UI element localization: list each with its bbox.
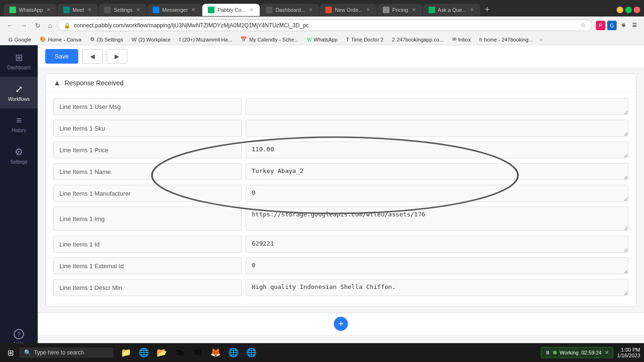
ext-icon-2[interactable]: G <box>607 21 617 30</box>
field-value-manufacturer[interactable]: 0 <box>246 185 628 202</box>
sidebar-label-settings: Settings <box>10 159 27 165</box>
field-value-img[interactable]: https://storage.googleapis.com/wtleu/ass… <box>246 206 628 231</box>
forward-button[interactable]: → <box>19 21 29 30</box>
field-value-name[interactable]: Turkey Abaya_2 <box>246 163 628 180</box>
tab-whatsapp[interactable]: WhatsApp ✕ <box>4 4 57 16</box>
response-header[interactable]: ▲ Response Received <box>46 74 636 92</box>
taskbar-app-mail[interactable]: ✉ <box>189 344 206 361</box>
bookmark-whatsapp[interactable]: WWhatsApp <box>303 36 341 43</box>
sidebar-item-workflows[interactable]: ⤢ Workflows <box>0 77 38 108</box>
form-row-external-id: Line Items 1 External Id 0 <box>53 257 628 274</box>
bookmark-google[interactable]: GGoogle <box>5 36 35 43</box>
tab-dashboard[interactable]: Dashboard... ✕ <box>260 4 319 16</box>
tab-messenger[interactable]: Messenger ✕ <box>147 4 202 16</box>
taskbar-app-firefox[interactable]: 🦊 <box>207 344 224 361</box>
tab-close[interactable]: ✕ <box>46 7 51 13</box>
tab-close[interactable]: ✕ <box>365 7 371 13</box>
address-bar-icons: ☆ <box>580 22 586 29</box>
field-label-id: Line Items 1 Id <box>53 236 242 253</box>
tab-close[interactable]: ✕ <box>469 7 475 13</box>
tab-favicon <box>383 7 389 13</box>
tab-close[interactable]: ✕ <box>308 7 314 13</box>
taskbar-app-store[interactable]: 🛍 <box>171 344 188 361</box>
window-minimize[interactable] <box>617 7 623 13</box>
sidebar-label-workflows: Workflows <box>8 97 30 102</box>
tab-close[interactable]: ✕ <box>248 7 254 13</box>
field-value-id[interactable]: 629221 <box>246 236 628 253</box>
new-tab-button[interactable]: + <box>481 3 494 16</box>
tab-close[interactable]: ✕ <box>190 7 196 13</box>
sidebar-item-dashboard[interactable]: ⊞ Dashboard <box>0 45 38 77</box>
tab-pricing[interactable]: Pricing ✕ <box>377 4 422 16</box>
taskbar: ⊞ 🔍 Type here to search 📁 🌐 📂 🛍 ✉ 🦊 🌐 🌐 … <box>0 343 644 362</box>
field-label-user-msg: Line Items 1 User Msg <box>53 98 242 115</box>
bookmark-settings[interactable]: ⚙(3) Settings <box>86 35 127 43</box>
taskbar-app-chrome2[interactable]: 🌐 <box>243 344 260 361</box>
bookmark-calendly[interactable]: 📅My Calendly - Sche... <box>237 35 302 43</box>
taskbar-app-files[interactable]: 📂 <box>153 344 170 361</box>
app-layout: ⊞ Dashboard ⤢ Workflows ≡ History ⚙ Sett… <box>0 45 644 353</box>
field-value-sku[interactable] <box>246 120 628 137</box>
field-label-external-id: Line Items 1 External Id <box>53 257 242 274</box>
tab-close[interactable]: ✕ <box>411 7 417 13</box>
tab-close[interactable]: ✕ <box>135 7 141 13</box>
bookmark-workplace[interactable]: W(2) Workplace <box>128 36 174 43</box>
bookmark-inbox[interactable]: ✉Inbox <box>448 35 475 43</box>
tab-settings[interactable]: Settings ✕ <box>99 4 147 16</box>
history-icon: ≡ <box>16 115 22 126</box>
window-close[interactable] <box>634 7 640 13</box>
address-bar[interactable]: 🔒 connect.pabbly.com/workflow/mapping/lj… <box>58 19 592 31</box>
taskbar-app-explorer[interactable]: 📁 <box>117 344 134 361</box>
ext-icon-4[interactable]: ☰ <box>630 21 639 30</box>
nav-prev-button[interactable]: ◀ <box>82 49 103 64</box>
window-maximize[interactable] <box>625 7 632 13</box>
taskbar-app-chrome1[interactable]: 🌐 <box>225 344 242 361</box>
collapse-icon[interactable]: ▲ <box>53 79 61 87</box>
sidebar-item-history[interactable]: ≡ History <box>0 108 38 140</box>
tab-neworder[interactable]: New Orde... ✕ <box>320 4 377 16</box>
tab-close[interactable]: ✕ <box>87 7 92 13</box>
tab-askque[interactable]: Ask a Que... ✕ <box>423 4 481 16</box>
form-row-manufacturer: Line Items 1 Manufacturer 0 <box>53 185 628 202</box>
start-button[interactable]: ⊞ <box>4 346 17 359</box>
ext-icon-1[interactable]: P <box>596 21 605 30</box>
top-actions: Save ◀ ▶ <box>38 45 644 68</box>
save-button[interactable]: Save <box>45 49 78 64</box>
back-button[interactable]: ← <box>5 21 15 30</box>
star-icon[interactable]: ☆ <box>580 22 586 29</box>
bookmark-muzammil[interactable]: f(20+) Muzammil Ha... <box>175 36 236 43</box>
bookmark-canva[interactable]: 🎨Home - Canva <box>36 35 85 43</box>
taskbar-apps: 📁 🌐 📂 🛍 ✉ 🦊 🌐 🌐 <box>117 344 260 361</box>
field-label-price: Line Items 1 Price <box>53 141 242 158</box>
tab-label: Messenger <box>162 7 188 13</box>
taskbar-app-edge[interactable]: 🌐 <box>135 344 152 361</box>
tab-label: Meet <box>73 7 84 13</box>
refresh-button[interactable]: ↻ <box>33 21 42 30</box>
bookmark-timedoctor[interactable]: TTime Doctor 2 <box>342 36 387 43</box>
bookmarks-more[interactable]: » <box>539 36 543 43</box>
field-value-user-msg[interactable] <box>246 98 628 115</box>
bookmark-home247[interactable]: hhome - 247booking... <box>476 36 537 43</box>
home-button[interactable]: ⌂ <box>46 21 54 30</box>
tab-pabbly[interactable]: Pabbly Co... ✕ <box>202 4 260 16</box>
tab-meet[interactable]: Meet ✕ <box>58 4 98 16</box>
tab-favicon <box>429 7 435 13</box>
url-text[interactable]: connect.pabbly.com/workflow/mapping/ljU3… <box>74 22 578 29</box>
nav-next-button[interactable]: ▶ <box>107 49 127 64</box>
taskbar-search[interactable]: 🔍 Type here to search <box>19 347 114 358</box>
tab-label: Dashboard... <box>275 7 305 13</box>
add-step-button[interactable]: + <box>334 317 348 331</box>
status-close-button[interactable]: ✕ <box>604 349 609 356</box>
bottom-bar: + <box>38 313 644 335</box>
field-value-external-id[interactable]: 0 <box>246 257 628 274</box>
sidebar-item-settings[interactable]: ⚙ Settings <box>0 140 38 171</box>
bookmark-247booking[interactable]: 2247bookingapp.co... <box>388 36 447 43</box>
sidebar-label-dashboard: Dashboard <box>8 65 31 70</box>
field-value-price[interactable]: 110.00 <box>246 141 628 158</box>
tab-favicon <box>266 7 272 13</box>
ext-icon-3[interactable]: ⊕ <box>619 21 628 30</box>
field-value-descr-min[interactable]: High quality Indonesian Shella Chiffon. <box>246 279 628 296</box>
form-area: Line Items 1 User Msg Line Items 1 Sku L… <box>46 92 636 306</box>
status-widget[interactable]: ⏸ Working 02:59:24 ✕ <box>541 347 613 358</box>
extension-icons: P G ⊕ ☰ <box>596 21 639 30</box>
